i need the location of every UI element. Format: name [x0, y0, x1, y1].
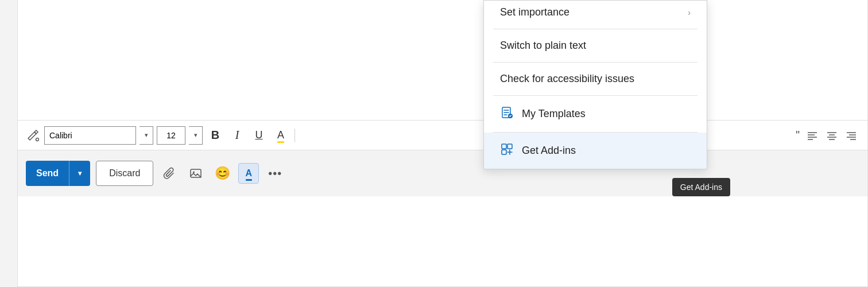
- get-addins-icon: [500, 143, 514, 158]
- check-accessibility-menu-item[interactable]: Check for accessibility issues: [484, 63, 707, 95]
- underline-button[interactable]: U: [250, 126, 268, 145]
- compose-body: [18, 0, 867, 121]
- align-icons: [803, 126, 861, 145]
- insert-image-button[interactable]: [185, 163, 206, 184]
- align-left-button[interactable]: [803, 126, 822, 145]
- my-templates-label: My Templates: [522, 108, 691, 120]
- send-label: Send: [26, 161, 69, 186]
- svg-rect-18: [507, 144, 512, 149]
- switch-plain-text-menu-item[interactable]: Switch to plain text: [484, 29, 707, 62]
- send-button[interactable]: Send ▾: [26, 161, 90, 186]
- my-templates-menu-item[interactable]: My Templates: [484, 96, 707, 132]
- set-importance-label: Set importance: [500, 6, 680, 18]
- get-addins-label: Get Add-ins: [522, 145, 691, 157]
- set-importance-menu-item[interactable]: Set importance ›: [484, 1, 707, 29]
- formatting-toolbar: Calibri ▾ 12 ▾ B I U A ": [18, 121, 867, 150]
- email-compose-area: Calibri ▾ 12 ▾ B I U A ": [17, 0, 868, 287]
- get-addins-menu-item[interactable]: Get Add-ins: [484, 133, 707, 169]
- font-name-input[interactable]: Calibri: [44, 126, 136, 145]
- switch-plain-text-label: Switch to plain text: [500, 40, 691, 52]
- font-color-button[interactable]: A: [238, 163, 259, 184]
- svg-point-0: [36, 138, 39, 141]
- action-bar: Send ▾ Discard 😊 A •••: [18, 150, 867, 196]
- svg-point-14: [193, 172, 195, 173]
- align-right-button[interactable]: [842, 126, 861, 145]
- font-name-dropdown[interactable]: ▾: [140, 126, 153, 145]
- paint-format-icon[interactable]: [25, 127, 41, 144]
- send-dropdown-arrow[interactable]: ▾: [69, 161, 90, 186]
- bold-button[interactable]: B: [206, 126, 224, 145]
- svg-rect-19: [502, 150, 506, 154]
- my-templates-icon: [500, 106, 514, 122]
- discard-button[interactable]: Discard: [96, 161, 153, 186]
- quote-icon: ": [796, 129, 800, 142]
- svg-rect-17: [502, 144, 506, 149]
- font-size-input[interactable]: 12: [157, 126, 185, 145]
- font-size-dropdown[interactable]: ▾: [189, 126, 203, 145]
- get-addins-tooltip: Get Add-ins: [672, 178, 730, 196]
- check-accessibility-label: Check for accessibility issues: [500, 73, 691, 85]
- align-center-button[interactable]: [823, 126, 841, 145]
- toolbar-separator-1: [294, 129, 295, 142]
- highlight-button[interactable]: A: [272, 126, 290, 145]
- attach-button[interactable]: [159, 163, 180, 184]
- set-importance-arrow: ›: [688, 8, 691, 17]
- dropdown-menu: Set importance › Switch to plain text Ch…: [483, 0, 707, 169]
- more-options-button[interactable]: •••: [265, 163, 285, 184]
- emoji-button[interactable]: 😊: [212, 163, 232, 184]
- italic-button[interactable]: I: [228, 126, 246, 145]
